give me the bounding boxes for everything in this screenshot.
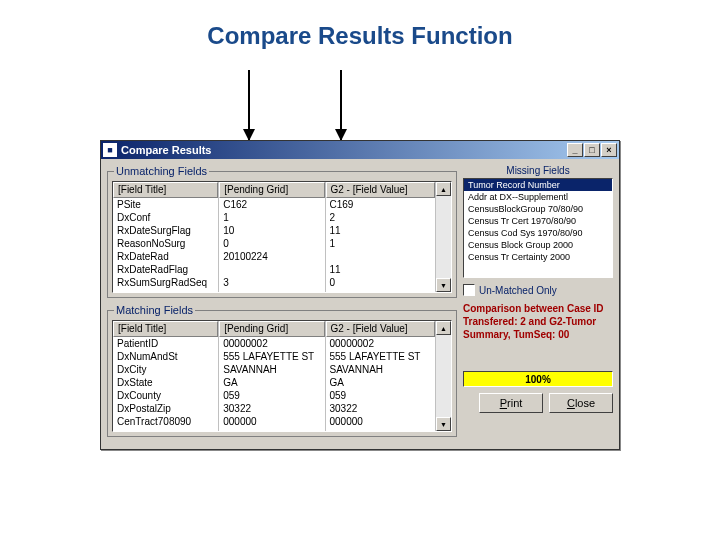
unmatching-legend: Unmatching Fields	[114, 165, 209, 177]
matching-legend: Matching Fields	[114, 304, 195, 316]
table-cell: 1	[326, 237, 435, 250]
close-button[interactable]: ×	[601, 143, 617, 157]
scroll-down-icon[interactable]: ▼	[436, 278, 451, 292]
table-cell: RxDateRadFlag	[113, 263, 218, 276]
list-item[interactable]: CensusBlockGroup 70/80/90	[464, 203, 612, 215]
unmatched-only-label: Un-Matched Only	[479, 285, 557, 296]
table-cell: RxSumSurgRadSeq	[113, 276, 218, 289]
table-cell: C169	[326, 198, 435, 211]
table-cell: 20100224	[219, 250, 324, 263]
missing-fields-title: Missing Fields	[463, 165, 613, 176]
titlebar: ■ Compare Results _ □ ×	[101, 141, 619, 159]
table-cell: C162	[219, 198, 324, 211]
page-title: Compare Results Function	[0, 0, 720, 50]
scrollbar[interactable]: ▲ ▼	[435, 321, 451, 431]
close-button[interactable]: Close	[549, 393, 613, 413]
table-cell: DxPostalZip	[113, 402, 218, 415]
minimize-button[interactable]: _	[567, 143, 583, 157]
table-cell: 1	[219, 211, 324, 224]
list-item[interactable]: Addr at DX--Supplementl	[464, 191, 612, 203]
scrollbar[interactable]: ▲ ▼	[435, 182, 451, 292]
table-cell	[219, 263, 324, 276]
list-item[interactable]: Census Block Group 2000	[464, 239, 612, 251]
table-cell: 3	[219, 276, 324, 289]
window-title: Compare Results	[121, 144, 567, 156]
table-cell: 00000002	[326, 337, 435, 350]
table-cell: PSite	[113, 198, 218, 211]
table-cell: 30322	[219, 402, 324, 415]
list-item[interactable]: Census Tr Cert 1970/80/90	[464, 215, 612, 227]
maximize-button[interactable]: □	[584, 143, 600, 157]
table-cell	[326, 250, 435, 263]
app-icon: ■	[103, 143, 117, 157]
scroll-down-icon[interactable]: ▼	[436, 417, 451, 431]
col-header-title[interactable]: [Field Title]	[113, 321, 218, 337]
table-cell: GA	[326, 376, 435, 389]
table-cell: SAVANNAH	[326, 363, 435, 376]
list-item[interactable]: Census Cod Sys 1970/80/90	[464, 227, 612, 239]
missing-fields-list[interactable]: Tumor Record Number Addr at DX--Suppleme…	[463, 178, 613, 278]
comparison-info: Comparison between Case ID Transfered: 2…	[463, 302, 613, 341]
unmatching-group: Unmatching Fields [Field Title] PSite Dx…	[107, 165, 457, 298]
unmatching-grid[interactable]: [Field Title] PSite DxConf RxDateSurgFla…	[112, 181, 452, 293]
table-cell: PatientID	[113, 337, 218, 350]
col-header-g2[interactable]: G2 - [Field Value]	[326, 321, 435, 337]
col-header-pending[interactable]: [Pending Grid]	[219, 182, 324, 198]
col-header-g2[interactable]: G2 - [Field Value]	[326, 182, 435, 198]
table-cell: DxNumAndSt	[113, 350, 218, 363]
table-cell: ReasonNoSurg	[113, 237, 218, 250]
table-cell: 000000	[219, 415, 324, 428]
unmatched-only-checkbox[interactable]	[463, 284, 475, 296]
col-header-title[interactable]: [Field Title]	[113, 182, 218, 198]
table-cell: 059	[219, 389, 324, 402]
table-cell: 000000	[326, 415, 435, 428]
matching-group: Matching Fields [Field Title] PatientID …	[107, 304, 457, 437]
table-cell: 10	[219, 224, 324, 237]
print-button[interactable]: Print	[479, 393, 543, 413]
scroll-up-icon[interactable]: ▲	[436, 182, 451, 196]
table-cell: DxConf	[113, 211, 218, 224]
table-cell: 30322	[326, 402, 435, 415]
table-cell: RxDateRad	[113, 250, 218, 263]
table-cell: CenTract708090	[113, 415, 218, 428]
table-cell: DxState	[113, 376, 218, 389]
list-item[interactable]: Tumor Record Number	[464, 179, 612, 191]
table-cell: 0	[219, 237, 324, 250]
list-item[interactable]: Census Tr Certainty 2000	[464, 251, 612, 263]
table-cell: 2	[326, 211, 435, 224]
table-cell: 0	[326, 276, 435, 289]
table-cell: DxCity	[113, 363, 218, 376]
table-cell: 11	[326, 263, 435, 276]
table-cell: SAVANNAH	[219, 363, 324, 376]
progress-bar: 100%	[463, 371, 613, 387]
scroll-up-icon[interactable]: ▲	[436, 321, 451, 335]
table-cell: 059	[326, 389, 435, 402]
matching-grid[interactable]: [Field Title] PatientID DxNumAndSt DxCit…	[112, 320, 452, 432]
compare-results-window: ■ Compare Results _ □ × Unmatching Field…	[100, 140, 620, 450]
table-cell: GA	[219, 376, 324, 389]
table-cell: 11	[326, 224, 435, 237]
table-cell: 555 LAFAYETTE ST	[219, 350, 324, 363]
table-cell: 00000002	[219, 337, 324, 350]
table-cell: DxCounty	[113, 389, 218, 402]
table-cell: RxDateSurgFlag	[113, 224, 218, 237]
table-cell: 555 LAFAYETTE ST	[326, 350, 435, 363]
col-header-pending[interactable]: [Pending Grid]	[219, 321, 324, 337]
